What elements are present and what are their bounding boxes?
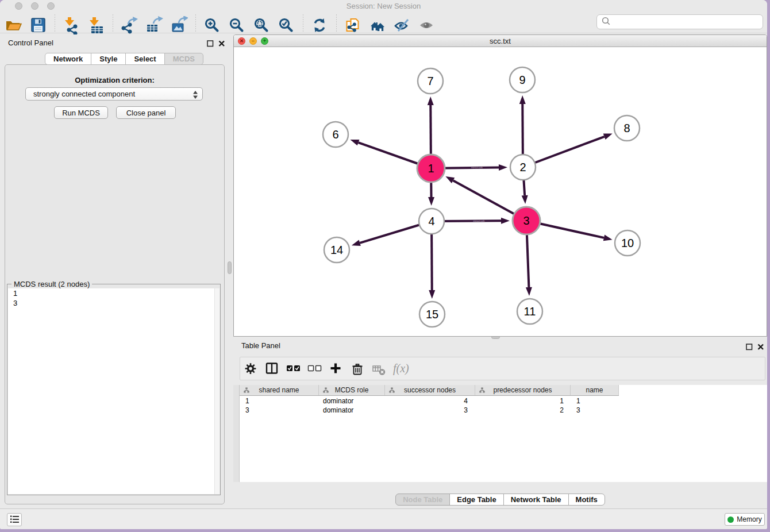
svg-text:15: 15 — [426, 308, 438, 321]
graph-node-2[interactable]: 2 — [510, 155, 536, 180]
svg-text:11: 11 — [524, 305, 536, 318]
table-cell: dominator — [319, 396, 385, 406]
table-cell: 1 — [475, 396, 571, 406]
table-row[interactable]: 3dominator323 — [240, 406, 619, 415]
home-views-button[interactable] — [367, 13, 388, 33]
zoom-out-button[interactable] — [226, 13, 247, 33]
window-title: Session: New Session — [0, 2, 767, 10]
hide-eye-button[interactable] — [392, 13, 413, 33]
mcds-result-legend: MCDS result (2 nodes) — [11, 280, 92, 288]
float-table-panel-icon[interactable] — [746, 342, 753, 353]
add-row-button[interactable] — [325, 360, 346, 377]
table-row[interactable]: 1dominator411 — [240, 396, 619, 406]
import-network-button[interactable] — [61, 13, 82, 33]
sort-tree-icon — [323, 387, 329, 393]
table-tab-motifs[interactable]: Motifs — [568, 494, 605, 506]
graph-node-15[interactable]: 15 — [419, 302, 445, 327]
mcds-result-item: 1 — [8, 288, 214, 298]
vertical-splitter-handle[interactable] — [228, 261, 232, 274]
table-cell: dominator — [319, 406, 385, 415]
select-all-button[interactable] — [283, 360, 304, 377]
graph-node-9[interactable]: 9 — [510, 67, 535, 92]
graph-node-11[interactable]: 11 — [517, 299, 542, 324]
table-cell: 3 — [385, 406, 475, 415]
column-header-successor-nodes[interactable]: successor nodes — [385, 385, 475, 395]
zoom-selected-button[interactable] — [276, 13, 297, 33]
control-tab-network[interactable]: Network — [45, 53, 91, 65]
table-tab-node-table[interactable]: Node Table — [395, 494, 450, 506]
float-panel-icon[interactable] — [207, 39, 214, 49]
mcds-result-scrollbar[interactable] — [214, 288, 220, 494]
control-tab-mcds[interactable]: MCDS — [164, 53, 203, 65]
search-icon — [602, 17, 610, 28]
graph-node-6[interactable]: 6 — [323, 122, 348, 147]
export-image-button[interactable] — [168, 13, 189, 33]
table-tab-edge-table[interactable]: Edge Table — [449, 494, 503, 506]
optimization-criterion-select[interactable]: strongly connected component — [25, 87, 203, 101]
graph-node-3[interactable]: 3 — [513, 207, 540, 234]
table-cell: 4 — [385, 396, 475, 406]
graph-node-4[interactable]: 4 — [419, 209, 444, 234]
fx-button: f(x) — [389, 360, 419, 377]
graph-node-8[interactable]: 8 — [614, 115, 640, 141]
open-folder-button[interactable] — [3, 13, 24, 33]
control-tab-style[interactable]: Style — [91, 53, 126, 65]
column-header-MCDS-role[interactable]: MCDS role — [319, 385, 385, 395]
import-table-button[interactable] — [86, 13, 106, 33]
table-tab-network-table[interactable]: Network Table — [503, 494, 569, 506]
show-eye-disabled-button[interactable] — [417, 13, 437, 33]
gear-button[interactable] — [240, 360, 261, 377]
control-tab-select[interactable]: Select — [125, 53, 164, 65]
table-toolbar: f(x) — [240, 357, 765, 380]
memory-label: Memory — [737, 515, 761, 523]
task-history-button[interactable] — [7, 513, 22, 526]
network-canvas[interactable]: interacts withinteracts with123467891011… — [234, 47, 767, 337]
copy-network-doc-button[interactable] — [342, 13, 363, 33]
close-panel-button[interactable]: Close panel — [116, 106, 176, 119]
control-panel-tabs: NetworkStyleSelectMCDS — [45, 53, 203, 65]
graph-node-1[interactable]: 1 — [417, 155, 445, 182]
delete-table-button — [368, 360, 389, 377]
zoom-fit-button[interactable] — [251, 13, 272, 33]
dropdown-arrows-icon — [193, 91, 198, 99]
memory-status-dot — [727, 516, 734, 523]
export-table-button[interactable] — [144, 13, 164, 33]
memory-button[interactable]: Memory — [725, 513, 765, 526]
optimization-criterion-label: Optimization criterion: — [0, 76, 229, 84]
table-panel-tabs: Node TableEdge TableNetwork TableMotifs — [233, 494, 767, 506]
mcds-result-list: 13 — [8, 288, 214, 494]
control-panel-title: Control Panel — [8, 38, 53, 47]
graph-node-7[interactable]: 7 — [418, 68, 443, 94]
svg-text:1: 1 — [428, 162, 434, 175]
delete-row-button[interactable] — [346, 360, 368, 377]
column-header-predecessor-nodes[interactable]: predecessor nodes — [475, 385, 571, 395]
zoom-in-button[interactable] — [202, 13, 222, 33]
refresh-button[interactable] — [309, 13, 330, 33]
table-cell: 1 — [571, 396, 619, 406]
split-columns-button[interactable] — [261, 360, 283, 377]
graph-node-10[interactable]: 10 — [615, 230, 640, 256]
svg-text:6: 6 — [332, 128, 338, 141]
save-button[interactable] — [28, 13, 48, 33]
svg-text:14: 14 — [330, 244, 343, 256]
close-table-panel-icon[interactable] — [757, 342, 764, 353]
search-input[interactable] — [596, 14, 763, 29]
run-mcds-button[interactable]: Run MCDS — [54, 106, 108, 119]
toolbar-separator — [303, 14, 303, 32]
export-network-button[interactable] — [119, 13, 140, 33]
network-view-title: scc.txt — [234, 37, 767, 45]
network-view-window: ✕ − + scc.txt interacts withinteracts wi… — [233, 34, 767, 337]
close-panel-icon[interactable] — [218, 39, 225, 49]
column-header-shared-name[interactable]: shared name — [240, 385, 319, 395]
status-bar: Memory — [0, 508, 767, 529]
column-header-name[interactable]: name — [571, 385, 619, 395]
sort-tree-icon — [389, 387, 395, 393]
main-window: Session: New Session Control Panel Netwo… — [0, 0, 767, 529]
svg-text:10: 10 — [621, 237, 634, 249]
svg-text:7: 7 — [427, 75, 433, 87]
graph-node-14[interactable]: 14 — [324, 237, 349, 263]
svg-text:f(x): f(x) — [393, 362, 409, 375]
mcds-result-item: 3 — [8, 298, 214, 308]
node-table: shared nameMCDS rolesuccessor nodesprede… — [233, 385, 767, 482]
deselect-all-button[interactable] — [304, 360, 325, 377]
